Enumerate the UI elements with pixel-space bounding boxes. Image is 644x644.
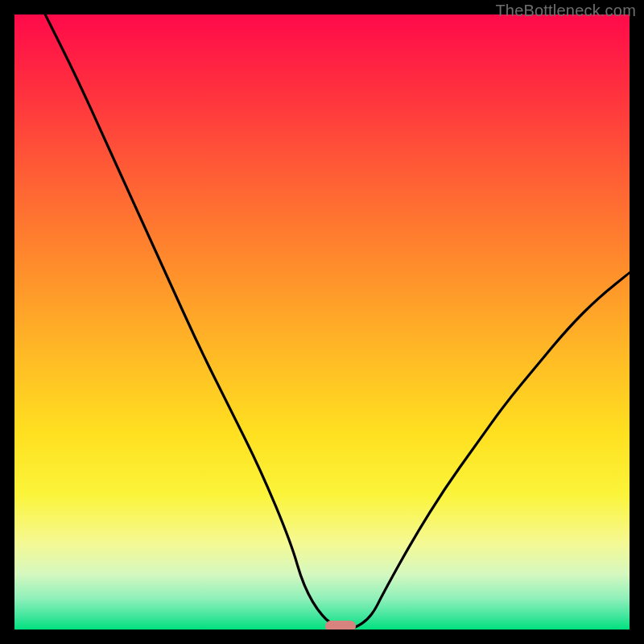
bottleneck-curve <box>14 14 630 630</box>
chart-frame: TheBottleneck.com <box>0 0 644 644</box>
plot-area <box>14 14 630 630</box>
optimal-marker <box>325 621 356 630</box>
watermark-label: TheBottleneck.com <box>495 2 636 20</box>
